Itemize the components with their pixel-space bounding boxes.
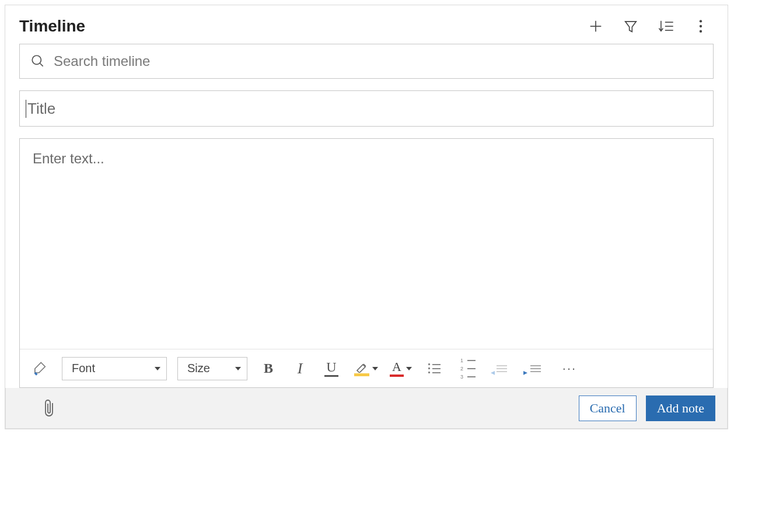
svg-point-6 (700, 20, 702, 22)
chevron-down-icon (372, 367, 378, 370)
font-dropdown-label: Font (72, 362, 95, 375)
size-dropdown-label: Size (187, 362, 210, 375)
highlighter-icon (355, 361, 369, 373)
header-actions (586, 17, 714, 36)
cancel-button[interactable]: Cancel (579, 396, 637, 421)
outdent-button[interactable]: ◂ (490, 357, 513, 380)
note-editor: Enter text... Font Size B I U (19, 138, 714, 388)
more-formatting-button[interactable]: ··· (558, 357, 581, 380)
editor-textarea[interactable]: Enter text... (20, 139, 713, 349)
add-note-button[interactable]: Add note (646, 396, 715, 421)
editor-footer: Cancel Add note (5, 388, 728, 429)
timeline-panel: Timeline Enter text... (5, 5, 728, 429)
sort-icon[interactable] (656, 17, 675, 36)
panel-header: Timeline (19, 17, 714, 36)
chevron-down-icon (406, 367, 412, 370)
format-toolbar: Font Size B I U A (20, 349, 713, 387)
bold-button[interactable]: B (258, 360, 279, 376)
attachment-icon[interactable] (39, 397, 62, 420)
search-icon (30, 54, 46, 69)
font-dropdown[interactable]: Font (62, 357, 167, 380)
underline-button[interactable]: U (321, 360, 342, 377)
more-options-icon[interactable] (691, 17, 710, 36)
numbered-list-button[interactable]: 1 2 3 (456, 357, 480, 380)
italic-button[interactable]: I (289, 360, 310, 377)
search-input[interactable] (54, 53, 702, 69)
svg-point-7 (700, 25, 702, 27)
title-box[interactable] (19, 90, 714, 127)
underline-letter: U (326, 360, 336, 374)
highlight-button[interactable] (352, 361, 378, 376)
chevron-down-icon (235, 367, 241, 370)
font-color-button[interactable]: A (389, 360, 412, 377)
add-icon[interactable] (586, 17, 605, 36)
svg-point-8 (700, 30, 702, 33)
svg-line-10 (40, 63, 43, 66)
indent-button[interactable]: ▸ (524, 357, 547, 380)
chevron-down-icon (155, 367, 160, 370)
format-painter-icon[interactable] (28, 357, 51, 380)
search-box[interactable] (19, 44, 714, 79)
svg-point-9 (32, 55, 41, 64)
panel-title: Timeline (19, 17, 85, 36)
filter-icon[interactable] (621, 17, 640, 36)
title-input[interactable] (26, 100, 707, 118)
bullet-list-button[interactable] (422, 357, 446, 380)
size-dropdown[interactable]: Size (177, 357, 247, 380)
font-color-letter: A (392, 360, 401, 373)
